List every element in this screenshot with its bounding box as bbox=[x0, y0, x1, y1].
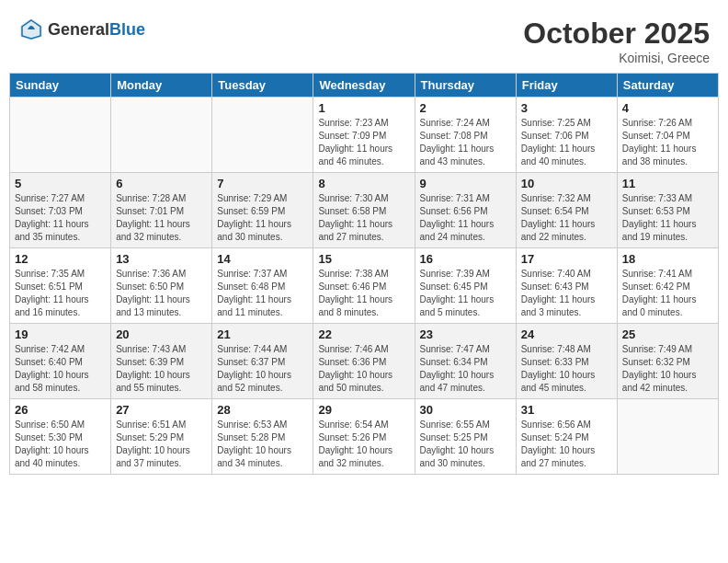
calendar-header-row: SundayMondayTuesdayWednesdayThursdayFrid… bbox=[10, 74, 719, 98]
day-info: Sunrise: 7:46 AMSunset: 6:36 PMDaylight:… bbox=[318, 343, 409, 395]
day-number: 28 bbox=[217, 403, 308, 417]
day-info: Sunrise: 7:26 AMSunset: 7:04 PMDaylight:… bbox=[622, 117, 713, 168]
day-info: Sunrise: 7:39 AMSunset: 6:45 PMDaylight:… bbox=[420, 268, 511, 319]
day-info: Sunrise: 7:43 AMSunset: 6:39 PMDaylight:… bbox=[116, 343, 207, 395]
calendar-cell-day-5: 5Sunrise: 7:27 AMSunset: 7:03 PMDaylight… bbox=[10, 173, 111, 248]
day-info: Sunrise: 6:55 AMSunset: 5:25 PMDaylight:… bbox=[420, 419, 511, 470]
calendar-week-4: 19Sunrise: 7:42 AMSunset: 6:40 PMDayligh… bbox=[10, 324, 719, 399]
calendar-week-5: 26Sunrise: 6:50 AMSunset: 5:30 PMDayligh… bbox=[10, 399, 719, 475]
day-number: 24 bbox=[521, 327, 612, 341]
logo: GeneralBlue bbox=[18, 17, 145, 42]
calendar-cell-day-empty bbox=[10, 98, 111, 173]
calendar-cell-day-empty bbox=[111, 98, 212, 173]
calendar-cell-day-24: 24Sunrise: 7:48 AMSunset: 6:33 PMDayligh… bbox=[516, 324, 617, 399]
day-info: Sunrise: 7:24 AMSunset: 7:08 PMDaylight:… bbox=[420, 117, 511, 168]
calendar-cell-day-26: 26Sunrise: 6:50 AMSunset: 5:30 PMDayligh… bbox=[10, 399, 111, 475]
day-number: 11 bbox=[622, 177, 713, 190]
day-number: 3 bbox=[521, 101, 612, 115]
day-info: Sunrise: 7:35 AMSunset: 6:51 PMDaylight:… bbox=[15, 268, 106, 319]
calendar-cell-day-empty bbox=[617, 399, 718, 475]
day-number: 20 bbox=[116, 327, 207, 341]
calendar-cell-day-30: 30Sunrise: 6:55 AMSunset: 5:25 PMDayligh… bbox=[415, 399, 516, 475]
day-number: 14 bbox=[217, 252, 308, 266]
logo-icon bbox=[18, 17, 44, 42]
calendar-cell-day-12: 12Sunrise: 7:35 AMSunset: 6:51 PMDayligh… bbox=[10, 248, 111, 324]
day-number: 21 bbox=[217, 327, 308, 341]
day-number: 10 bbox=[521, 177, 612, 190]
day-number: 5 bbox=[15, 177, 106, 190]
weekday-header-monday: Monday bbox=[111, 74, 212, 98]
calendar-table: SundayMondayTuesdayWednesdayThursdayFrid… bbox=[9, 73, 719, 475]
day-info: Sunrise: 7:23 AMSunset: 7:09 PMDaylight:… bbox=[318, 117, 409, 168]
day-number: 17 bbox=[521, 252, 612, 266]
day-number: 16 bbox=[420, 252, 511, 266]
calendar-cell-day-15: 15Sunrise: 7:38 AMSunset: 6:46 PMDayligh… bbox=[313, 248, 415, 324]
day-number: 7 bbox=[217, 177, 308, 190]
calendar-cell-day-28: 28Sunrise: 6:53 AMSunset: 5:28 PMDayligh… bbox=[212, 399, 313, 475]
calendar-cell-day-empty bbox=[212, 98, 313, 173]
calendar-week-1: 1Sunrise: 7:23 AMSunset: 7:09 PMDaylight… bbox=[10, 98, 719, 173]
location: Koimisi, Greece bbox=[523, 51, 710, 65]
day-info: Sunrise: 7:42 AMSunset: 6:40 PMDaylight:… bbox=[15, 343, 106, 395]
day-info: Sunrise: 7:40 AMSunset: 6:43 PMDaylight:… bbox=[521, 268, 612, 319]
weekday-header-thursday: Thursday bbox=[415, 74, 516, 98]
day-info: Sunrise: 7:31 AMSunset: 6:56 PMDaylight:… bbox=[420, 192, 511, 244]
weekday-header-tuesday: Tuesday bbox=[212, 74, 313, 98]
day-number: 4 bbox=[622, 101, 713, 115]
day-info: Sunrise: 7:29 AMSunset: 6:59 PMDaylight:… bbox=[217, 192, 308, 244]
day-info: Sunrise: 7:32 AMSunset: 6:54 PMDaylight:… bbox=[521, 192, 612, 244]
day-info: Sunrise: 7:37 AMSunset: 6:48 PMDaylight:… bbox=[217, 268, 308, 319]
day-number: 19 bbox=[15, 327, 106, 341]
calendar-cell-day-25: 25Sunrise: 7:49 AMSunset: 6:32 PMDayligh… bbox=[617, 324, 718, 399]
calendar-cell-day-20: 20Sunrise: 7:43 AMSunset: 6:39 PMDayligh… bbox=[111, 324, 212, 399]
day-info: Sunrise: 7:25 AMSunset: 7:06 PMDaylight:… bbox=[521, 117, 612, 168]
calendar-cell-day-16: 16Sunrise: 7:39 AMSunset: 6:45 PMDayligh… bbox=[415, 248, 516, 324]
calendar-cell-day-14: 14Sunrise: 7:37 AMSunset: 6:48 PMDayligh… bbox=[212, 248, 313, 324]
page-header: GeneralBlue October 2025 Koimisi, Greece bbox=[9, 9, 719, 69]
day-number: 26 bbox=[15, 403, 106, 417]
day-info: Sunrise: 6:51 AMSunset: 5:29 PMDaylight:… bbox=[116, 419, 207, 470]
day-info: Sunrise: 6:56 AMSunset: 5:24 PMDaylight:… bbox=[521, 419, 612, 470]
day-number: 23 bbox=[420, 327, 511, 341]
calendar-cell-day-7: 7Sunrise: 7:29 AMSunset: 6:59 PMDaylight… bbox=[212, 173, 313, 248]
day-info: Sunrise: 7:49 AMSunset: 6:32 PMDaylight:… bbox=[622, 343, 713, 395]
day-number: 30 bbox=[420, 403, 511, 417]
calendar-cell-day-21: 21Sunrise: 7:44 AMSunset: 6:37 PMDayligh… bbox=[212, 324, 313, 399]
title-block: October 2025 Koimisi, Greece bbox=[523, 17, 710, 65]
day-info: Sunrise: 7:27 AMSunset: 7:03 PMDaylight:… bbox=[15, 192, 106, 244]
calendar-cell-day-22: 22Sunrise: 7:46 AMSunset: 6:36 PMDayligh… bbox=[313, 324, 415, 399]
month-title: October 2025 bbox=[523, 17, 710, 51]
day-number: 25 bbox=[622, 327, 713, 341]
day-info: Sunrise: 7:47 AMSunset: 6:34 PMDaylight:… bbox=[420, 343, 511, 395]
calendar-cell-day-8: 8Sunrise: 7:30 AMSunset: 6:58 PMDaylight… bbox=[313, 173, 415, 248]
calendar-cell-day-2: 2Sunrise: 7:24 AMSunset: 7:08 PMDaylight… bbox=[415, 98, 516, 173]
calendar-cell-day-9: 9Sunrise: 7:31 AMSunset: 6:56 PMDaylight… bbox=[415, 173, 516, 248]
day-info: Sunrise: 7:44 AMSunset: 6:37 PMDaylight:… bbox=[217, 343, 308, 395]
day-number: 2 bbox=[420, 101, 511, 115]
day-number: 1 bbox=[318, 101, 409, 115]
logo-blue: Blue bbox=[109, 20, 145, 39]
day-info: Sunrise: 7:30 AMSunset: 6:58 PMDaylight:… bbox=[318, 192, 409, 244]
logo-general: General bbox=[48, 20, 109, 39]
day-number: 15 bbox=[318, 252, 409, 266]
calendar-cell-day-3: 3Sunrise: 7:25 AMSunset: 7:06 PMDaylight… bbox=[516, 98, 617, 173]
calendar-cell-day-4: 4Sunrise: 7:26 AMSunset: 7:04 PMDaylight… bbox=[617, 98, 718, 173]
calendar-cell-day-13: 13Sunrise: 7:36 AMSunset: 6:50 PMDayligh… bbox=[111, 248, 212, 324]
day-info: Sunrise: 6:54 AMSunset: 5:26 PMDaylight:… bbox=[318, 419, 409, 470]
day-info: Sunrise: 7:48 AMSunset: 6:33 PMDaylight:… bbox=[521, 343, 612, 395]
calendar-cell-day-23: 23Sunrise: 7:47 AMSunset: 6:34 PMDayligh… bbox=[415, 324, 516, 399]
weekday-header-saturday: Saturday bbox=[617, 74, 718, 98]
day-number: 6 bbox=[116, 177, 207, 190]
day-number: 12 bbox=[15, 252, 106, 266]
day-number: 22 bbox=[318, 327, 409, 341]
day-number: 13 bbox=[116, 252, 207, 266]
day-info: Sunrise: 7:28 AMSunset: 7:01 PMDaylight:… bbox=[116, 192, 207, 244]
day-number: 27 bbox=[116, 403, 207, 417]
day-info: Sunrise: 7:38 AMSunset: 6:46 PMDaylight:… bbox=[318, 268, 409, 319]
calendar-cell-day-18: 18Sunrise: 7:41 AMSunset: 6:42 PMDayligh… bbox=[617, 248, 718, 324]
day-info: Sunrise: 7:41 AMSunset: 6:42 PMDaylight:… bbox=[622, 268, 713, 319]
day-number: 18 bbox=[622, 252, 713, 266]
day-info: Sunrise: 6:53 AMSunset: 5:28 PMDaylight:… bbox=[217, 419, 308, 470]
logo-text: GeneralBlue bbox=[48, 20, 145, 40]
weekday-header-wednesday: Wednesday bbox=[313, 74, 415, 98]
